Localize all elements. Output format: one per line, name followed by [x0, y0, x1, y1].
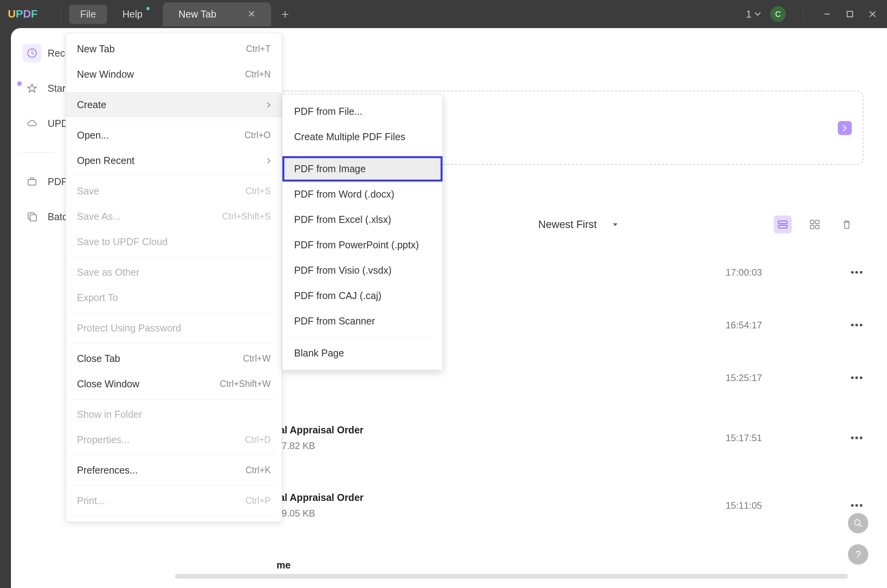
- maximize-button[interactable]: [843, 7, 857, 21]
- tab-title: New Tab: [178, 9, 216, 20]
- help-button[interactable]: ?: [848, 544, 868, 565]
- menu-item-preferences-[interactable]: Preferences...Ctrl+K: [66, 458, 282, 483]
- menu-item-new-tab[interactable]: New TabCtrl+T: [66, 36, 282, 62]
- menu-item-show-in-folder: Show in Folder: [66, 402, 282, 427]
- search-button[interactable]: [848, 513, 868, 533]
- file-name: me: [277, 559, 785, 571]
- tab-new[interactable]: New Tab ✕: [163, 2, 271, 26]
- submenu-separator: [289, 153, 435, 153]
- menu-shortcut: Ctrl+K: [245, 465, 271, 476]
- svg-rect-11: [816, 225, 819, 229]
- menu-item-open-[interactable]: Open...Ctrl+O: [66, 123, 282, 148]
- sidebar-item-batch[interactable]: Batc: [23, 207, 70, 226]
- menu-item-open-recent[interactable]: Open Recent: [66, 148, 282, 173]
- file-size: 27.82 KB: [277, 440, 726, 451]
- svg-rect-6: [778, 221, 787, 224]
- close-window-button[interactable]: [866, 7, 879, 21]
- file-row[interactable]: ial Appraisal Order27.82 KB15:17:51•••: [277, 424, 864, 451]
- menu-separator: [71, 399, 276, 399]
- menu-item-label: Show in Folder: [77, 409, 142, 420]
- submenu-item-pdf-from-excel-xlsx-[interactable]: PDF from Excel (.xlsx): [282, 207, 443, 232]
- menu-item-close-tab[interactable]: Close TabCtrl+W: [66, 346, 282, 371]
- file-row[interactable]: me: [277, 559, 864, 576]
- file-info: ial Appraisal Order27.82 KB: [277, 424, 726, 451]
- file-size: 89.05 KB: [277, 508, 726, 519]
- grid-view-button[interactable]: [806, 216, 824, 233]
- new-tab-button[interactable]: ＋: [279, 5, 291, 23]
- file-time: 17:00:03: [726, 267, 804, 278]
- list-view-button[interactable]: [774, 216, 792, 233]
- clock-icon: [23, 44, 41, 62]
- sidebar-item-pdf[interactable]: PDF: [23, 172, 70, 191]
- sort-dropdown[interactable]: Newest First: [538, 219, 618, 231]
- horizontal-scrollbar[interactable]: [175, 574, 848, 579]
- submenu-item-pdf-from-scanner[interactable]: PDF from Scanner: [282, 308, 443, 334]
- menu-item-new-window[interactable]: New WindowCtrl+N: [66, 62, 282, 87]
- menu-help[interactable]: Help: [112, 5, 153, 24]
- submenu-item-pdf-from-file-[interactable]: PDF from File...: [282, 99, 443, 124]
- triangle-down-icon: [612, 223, 618, 227]
- menu-item-label: Create: [77, 99, 106, 110]
- more-icon[interactable]: •••: [851, 432, 864, 444]
- minimize-button[interactable]: [821, 7, 834, 21]
- file-name: ial Appraisal Order: [277, 492, 726, 503]
- menu-item-save-as-other: Save as Other: [66, 260, 282, 285]
- more-icon[interactable]: •••: [851, 319, 864, 331]
- more-icon[interactable]: •••: [851, 372, 864, 384]
- titlebar: UPDF File Help New Tab ✕ ＋ 1 C: [0, 0, 887, 28]
- menu-separator: [71, 313, 276, 313]
- file-info: ial Appraisal Order89.05 KB: [277, 492, 726, 519]
- submenu-item-create-multiple-pdf-files[interactable]: Create Multiple PDF Files: [282, 124, 443, 150]
- menu-separator: [71, 516, 276, 516]
- sidebar-item-cloud[interactable]: UPD: [23, 114, 70, 133]
- submenu-item-blank-page[interactable]: Blank Page: [282, 340, 443, 366]
- menu-item-create[interactable]: Create: [66, 92, 282, 118]
- divider: [61, 7, 61, 21]
- delete-button[interactable]: [838, 216, 856, 233]
- notification-dot-icon: [146, 7, 150, 10]
- menu-file[interactable]: File: [69, 5, 107, 24]
- app-logo: UPDF: [8, 8, 37, 20]
- more-icon[interactable]: •••: [851, 499, 864, 511]
- expand-button[interactable]: [838, 121, 852, 135]
- close-icon[interactable]: ✕: [248, 9, 255, 20]
- menu-item-label: Properties...: [77, 434, 130, 445]
- file-row[interactable]: 15:25:17•••: [277, 372, 864, 384]
- menu-item-label: Protect Using Password: [77, 323, 181, 334]
- menu-item-label: Close Tab: [77, 353, 120, 364]
- menu-shortcut: Ctrl+P: [245, 495, 271, 506]
- submenu-item-pdf-from-powerpoint-pptx-[interactable]: PDF from PowerPoint (.pptx): [282, 232, 443, 258]
- app-window: UPDF File Help New Tab ✕ ＋ 1 C: [0, 0, 887, 588]
- file-time: 15:25:17: [726, 372, 804, 383]
- chevron-right-icon: [842, 125, 847, 132]
- submenu-item-pdf-from-caj-caj-[interactable]: PDF from CAJ (.caj): [282, 283, 443, 308]
- menu-item-save: SaveCtrl+S: [66, 178, 282, 204]
- svg-rect-10: [810, 225, 814, 229]
- submenu-item-pdf-from-visio-vsdx-[interactable]: PDF from Visio (.vsdx): [282, 258, 443, 283]
- sidebar-item-starred[interactable]: Star: [23, 79, 70, 98]
- file-row[interactable]: ial Appraisal Order89.05 KB15:11:05•••: [277, 492, 864, 519]
- menu-item-close-window[interactable]: Close WindowCtrl+Shift+W: [66, 371, 282, 397]
- submenu-separator: [289, 337, 435, 337]
- menu-item-label: Save as Other: [77, 267, 139, 278]
- divider: [803, 7, 803, 21]
- submenu-item-pdf-from-image[interactable]: PDF from Image: [282, 156, 443, 182]
- menu-item-label: Print...: [77, 495, 105, 506]
- svg-line-13: [859, 524, 862, 527]
- avatar[interactable]: C: [770, 6, 786, 22]
- more-icon[interactable]: •••: [851, 266, 864, 278]
- floating-actions: ?: [848, 513, 868, 565]
- menu-separator: [71, 89, 276, 90]
- svg-rect-9: [816, 220, 819, 224]
- menu-item-label: Save: [77, 185, 99, 197]
- tab-count[interactable]: 1: [746, 9, 761, 20]
- menu-item-print-: Print...Ctrl+P: [66, 488, 282, 513]
- tab-count-value: 1: [746, 9, 751, 20]
- submenu-item-pdf-from-word-docx-[interactable]: PDF from Word (.docx): [282, 182, 443, 207]
- menu-shortcut: Ctrl+O: [245, 130, 271, 141]
- sidebar-item-recent[interactable]: Rece: [23, 44, 70, 62]
- menu-shortcut: Ctrl+D: [245, 435, 271, 445]
- svg-point-12: [855, 520, 860, 525]
- sidebar-label: PDF: [48, 176, 67, 187]
- menu-shortcut: Ctrl+T: [246, 44, 271, 54]
